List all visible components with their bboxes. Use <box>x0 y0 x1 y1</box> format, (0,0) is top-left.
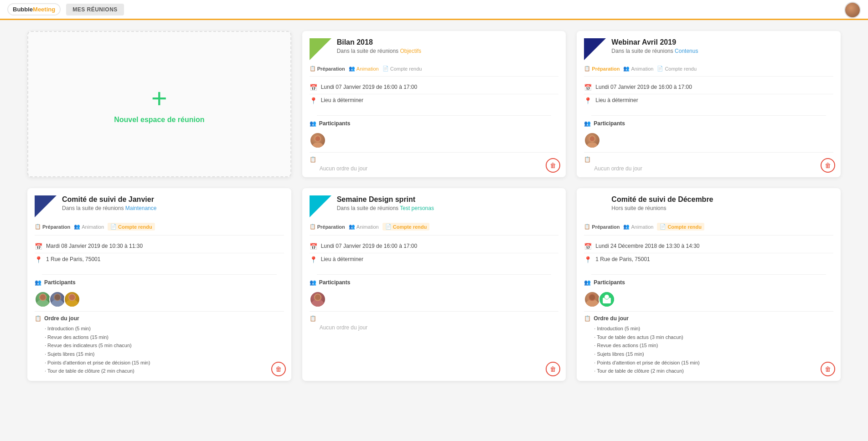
agenda-section: 📋 Ordre du jour · Introduction (5 min) ·… <box>27 312 291 381</box>
no-corner <box>584 195 606 217</box>
location-text: 1 Rue de Paris, 75001 <box>46 256 100 262</box>
card-title-block: Webinar Avril 2019 Dans la suite de réun… <box>611 38 833 54</box>
location-icon: 📍 <box>584 97 592 104</box>
card-info: 📅 Mardi 08 Janvier 2019 de 10:30 à 11:30… <box>27 236 291 271</box>
participant-avatar <box>310 291 326 308</box>
agenda-title: Ordre du jour <box>44 315 79 322</box>
participants-label: 👥 Participants <box>584 116 833 127</box>
card-tabs: 📋 Préparation 👥 Animation 📄 Compte rendu <box>577 64 841 76</box>
mes-reunions-button[interactable]: MES RÉUNIONS <box>66 4 124 15</box>
participants-label: 👥 Participants <box>310 275 559 286</box>
location-text: Lieu à déterminer <box>321 256 363 262</box>
corner-indicator <box>584 38 606 60</box>
suite-link[interactable]: Contenus <box>675 48 698 54</box>
svg-point-2 <box>315 136 320 141</box>
meeting-title[interactable]: Webinar Avril 2019 <box>611 38 833 46</box>
logo[interactable]: BubbleMeeting <box>7 3 61 15</box>
suite-link[interactable]: Test personas <box>400 205 434 211</box>
svg-point-4 <box>587 142 598 148</box>
location-text: 1 Rue de Paris, 75001 <box>595 256 650 262</box>
calendar-icon: 📅 <box>584 243 592 250</box>
corner-indicator <box>310 38 331 60</box>
participant-avatar-3 <box>64 291 80 308</box>
location-text: Lieu à déterminer <box>595 97 638 103</box>
tab-preparation[interactable]: 📋 Préparation <box>310 224 345 230</box>
tab-animation[interactable]: 👥 Animation <box>74 224 104 230</box>
tab-compte-rendu[interactable]: 📄 Compte rendu <box>657 66 697 72</box>
calendar-icon: 📅 <box>310 84 317 91</box>
prep-label: Préparation <box>317 224 345 230</box>
location-row: 📍 Lieu à déterminer <box>310 94 559 107</box>
participant-avatar-1 <box>35 291 51 308</box>
tab-animation[interactable]: 👥 Animation <box>349 224 379 230</box>
participants-section: 👥 Participants <box>577 112 841 152</box>
tab-compte-rendu[interactable]: 📄 Compte rendu <box>382 66 422 72</box>
participants-icon: 👥 <box>584 279 591 286</box>
meeting-suite: Dans la suite de réunions Maintenance <box>62 205 284 211</box>
participants-section: 👥 Participants <box>302 271 566 311</box>
tab-animation[interactable]: 👥 Animation <box>623 224 653 230</box>
svg-point-1 <box>312 142 323 148</box>
anim-icon: 👥 <box>349 66 355 72</box>
agenda-section: 📋 Ordre du jour · Introduction (5 min) ·… <box>577 312 841 381</box>
delete-button[interactable]: 🗑 <box>271 362 286 376</box>
calendar-icon: 📅 <box>310 243 317 250</box>
meeting-card-bilan-2018: Bilan 2018 Dans la suite de réunions Obj… <box>302 31 566 177</box>
agenda-item: · Sujets libres (15 min) <box>594 350 833 359</box>
tab-preparation[interactable]: 📋 Préparation <box>584 66 620 72</box>
meetings-grid: + Nouvel espace de réunion Bilan 2018 Da… <box>0 20 868 392</box>
agenda-section: 📋 Aucun ordre du jour <box>302 153 566 177</box>
tab-compte-rendu[interactable]: 📄 Compte rendu <box>657 223 704 231</box>
tab-preparation[interactable]: 📋 Préparation <box>584 224 620 230</box>
delete-button[interactable]: 🗑 <box>546 362 560 376</box>
agenda-empty: Aucun ordre du jour <box>310 323 559 331</box>
svg-point-23 <box>604 294 610 299</box>
avatars-list <box>584 289 833 311</box>
anim-label: Animation <box>631 66 653 72</box>
agenda-label: 📋 <box>310 156 559 163</box>
meeting-title[interactable]: Semaine Design sprint <box>337 195 559 204</box>
suite-link[interactable]: Maintenance <box>125 205 157 211</box>
location-row: 📍 1 Rue de Paris, 75001 <box>584 253 833 266</box>
agenda-label: 📋 Ordre du jour <box>584 315 833 322</box>
tab-compte-rendu[interactable]: 📄 Compte rendu <box>382 223 430 231</box>
card-tabs: 📋 Préparation 👥 Animation 📄 Compte rendu <box>27 221 291 235</box>
date-text: Lundi 07 Janvier 2019 de 16:00 à 17:00 <box>321 84 418 90</box>
agenda-icon: 📋 <box>584 156 591 163</box>
user-avatar[interactable] <box>844 2 861 18</box>
prep-icon: 📋 <box>310 66 316 72</box>
meeting-title[interactable]: Comité de suivi de Décembre <box>611 195 833 204</box>
compte-icon: 📄 <box>660 224 666 230</box>
location-icon: 📍 <box>35 256 42 263</box>
agenda-item: · Revue des indicateurs (5 min chacun) <box>45 341 284 350</box>
suite-link[interactable]: Objectifs <box>400 48 421 54</box>
participants-label: 👥 Participants <box>310 116 559 127</box>
corner-indicator <box>310 195 331 217</box>
prep-icon: 📋 <box>35 224 41 230</box>
new-meeting-card[interactable]: + Nouvel espace de réunion <box>27 31 291 177</box>
anim-label: Animation <box>356 66 379 72</box>
tab-animation[interactable]: 👥 Animation <box>623 66 653 72</box>
meeting-card-comite-janvier: Comité de suivi de Janvier Dans la suite… <box>27 188 291 381</box>
tab-animation[interactable]: 👥 Animation <box>349 66 379 72</box>
date-text: Lundi 24 Décembre 2018 de 13:30 à 14:30 <box>595 243 699 249</box>
delete-button[interactable]: 🗑 <box>821 362 835 376</box>
agenda-item: · Introduction (5 min) <box>45 324 284 333</box>
card-info: 📅 Lundi 24 Décembre 2018 de 13:30 à 14:3… <box>577 236 841 271</box>
meeting-title[interactable]: Bilan 2018 <box>337 38 559 46</box>
tab-preparation[interactable]: 📋 Préparation <box>35 224 70 230</box>
delete-button[interactable]: 🗑 <box>821 158 835 173</box>
meeting-title[interactable]: Comité de suivi de Janvier <box>62 195 284 204</box>
location-row: 📍 Lieu à déterminer <box>584 94 833 107</box>
location-icon: 📍 <box>310 97 317 104</box>
tab-compte-rendu[interactable]: 📄 Compte rendu <box>108 223 155 231</box>
agenda-label: 📋 <box>584 156 833 163</box>
meeting-suite: Hors suite de réunions <box>611 205 833 211</box>
agenda-icon: 📋 <box>35 315 41 322</box>
tab-preparation[interactable]: 📋 Préparation <box>310 66 345 72</box>
card-header: Comité de suivi de Janvier Dans la suite… <box>27 188 291 221</box>
participant-avatar <box>310 132 326 149</box>
anim-label: Animation <box>356 224 379 230</box>
anim-label: Animation <box>631 224 653 230</box>
participants-icon: 👥 <box>584 120 591 127</box>
